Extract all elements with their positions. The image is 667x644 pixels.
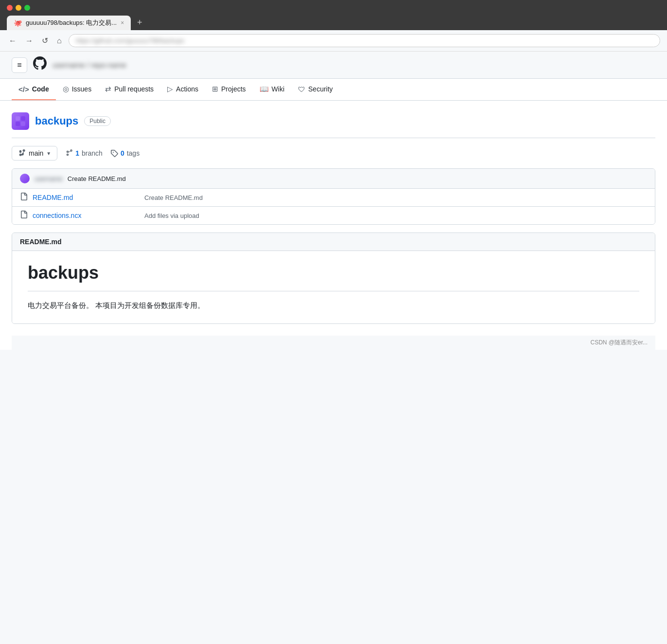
file-name-readme[interactable]: README.md: [33, 194, 140, 201]
latest-commit-message: Create README.md: [68, 175, 126, 182]
github-logo: [33, 56, 47, 73]
nav-item-wiki[interactable]: 📖 Wiki: [253, 79, 291, 100]
watermark: CSDN @随遇而安er...: [12, 336, 655, 350]
branch-count-link[interactable]: 1 branch: [65, 149, 103, 157]
readme-description: 电力交易平台备份。 本项目为开发组备份数据库专用。: [28, 299, 639, 312]
svg-rect-2: [16, 122, 20, 126]
github-octocat-icon: [33, 56, 47, 70]
branch-current-name: main: [29, 149, 43, 157]
readme-divider: [28, 291, 639, 291]
github-main-content: backups Public main ▼ 1 branch 0 tags: [0, 101, 667, 350]
nav-item-projects[interactable]: ⊞ Projects: [205, 79, 253, 100]
browser-tab-active[interactable]: 🐙 guuuuu798/backups: 电力交易... ×: [7, 16, 131, 30]
nav-item-security[interactable]: 🛡 Security: [291, 79, 340, 100]
commit-author-username: username: [35, 175, 63, 182]
traffic-light-fullscreen[interactable]: [24, 5, 30, 11]
address-text: https://github.com/guuuuu798/backups: [76, 37, 184, 44]
github-nav: </> Code ◎ Issues ⇄ Pull requests ▷ Acti…: [0, 79, 667, 101]
hamburger-menu-button[interactable]: ≡: [12, 57, 27, 73]
tab-title: guuuuu798/backups: 电力交易...: [26, 18, 117, 27]
browser-chrome: 🐙 guuuuu798/backups: 电力交易... × + ← → ↺ ⌂…: [0, 0, 667, 52]
tab-close-button[interactable]: ×: [121, 19, 124, 26]
tag-count-number: 0: [121, 149, 124, 157]
file-commit-msg-connections: Add files via upload: [144, 212, 647, 219]
file-icon: [20, 193, 28, 202]
svg-rect-0: [16, 116, 20, 121]
tags-count-link[interactable]: 0 tags: [110, 149, 140, 157]
nav-item-code[interactable]: </> Code: [12, 79, 56, 100]
branch-count-number: 1: [75, 149, 79, 157]
table-row: connections.ncx Add files via upload: [12, 207, 655, 224]
commit-author-avatar: [20, 174, 30, 183]
nav-label-projects: Projects: [221, 85, 246, 93]
branch-dropdown-icon: ▼: [46, 151, 51, 156]
file-list-header: username Create README.md: [12, 169, 655, 189]
tag-icon: [110, 149, 118, 157]
nav-item-actions[interactable]: ▷ Actions: [160, 79, 205, 100]
actions-icon: ▷: [167, 85, 173, 93]
traffic-light-minimize[interactable]: [16, 5, 21, 11]
readme-body: backups 电力交易平台备份。 本项目为开发组备份数据库专用。: [12, 251, 655, 323]
new-tab-button[interactable]: +: [133, 16, 146, 29]
nav-item-issues[interactable]: ◎ Issues: [56, 79, 98, 100]
code-icon: </>: [18, 85, 29, 93]
issues-icon: ◎: [63, 85, 69, 93]
hamburger-icon: ≡: [17, 61, 21, 70]
svg-rect-1: [21, 116, 25, 121]
repo-name[interactable]: backups: [35, 115, 78, 127]
tag-count-label: tags: [127, 149, 140, 157]
nav-label-security: Security: [308, 85, 333, 93]
repo-title-row: backups Public: [12, 112, 655, 138]
browser-addressbar: ← → ↺ ⌂ https://github.com/guuuuu798/bac…: [0, 30, 667, 52]
readme-header: README.md: [12, 233, 655, 251]
repo-visibility-badge: Public: [84, 116, 111, 126]
table-row: README.md Create README.md: [12, 189, 655, 207]
wiki-icon: 📖: [260, 85, 269, 93]
forward-button[interactable]: →: [23, 35, 35, 47]
browser-titlebar: [0, 0, 667, 16]
svg-rect-3: [21, 122, 25, 126]
refresh-button[interactable]: ↺: [40, 34, 50, 47]
file-list-container: username Create README.md README.md Crea…: [12, 168, 655, 225]
branch-icon: [18, 149, 26, 157]
readme-container: README.md backups 电力交易平台备份。 本项目为开发组备份数据库…: [12, 233, 655, 324]
nav-label-actions: Actions: [176, 85, 198, 93]
projects-icon: ⊞: [212, 85, 218, 93]
nav-label-wiki: Wiki: [272, 85, 284, 93]
traffic-light-close[interactable]: [7, 5, 13, 11]
file-name-connections[interactable]: connections.ncx: [33, 212, 140, 219]
repo-avatar-icon: [15, 115, 26, 127]
branch-selector-button[interactable]: main ▼: [12, 146, 57, 161]
document-icon: [20, 211, 28, 218]
nav-item-pull-requests[interactable]: ⇄ Pull requests: [98, 79, 160, 100]
nav-label-issues: Issues: [72, 85, 91, 93]
tab-favicon-icon: 🐙: [14, 19, 22, 27]
file-icon: [20, 211, 28, 220]
github-header: ≡ username / repo-name: [0, 52, 667, 79]
branch-count-label: branch: [82, 149, 103, 157]
nav-label-code: Code: [32, 85, 49, 93]
file-commit-msg-readme: Create README.md: [144, 194, 647, 201]
address-bar[interactable]: https://github.com/guuuuu798/backups: [69, 34, 660, 47]
github-username: username / repo-name: [53, 61, 126, 69]
branch-count-icon: [65, 149, 73, 157]
back-button[interactable]: ←: [7, 35, 18, 47]
readme-title: backups: [28, 263, 639, 283]
nav-label-pull-requests: Pull requests: [114, 85, 154, 93]
repo-avatar: [12, 112, 29, 130]
document-icon: [20, 193, 28, 200]
pull-requests-icon: ⇄: [105, 85, 111, 93]
security-icon: 🛡: [298, 85, 305, 93]
branch-bar: main ▼ 1 branch 0 tags: [12, 138, 655, 168]
home-button[interactable]: ⌂: [55, 35, 64, 47]
traffic-lights: [7, 5, 30, 11]
